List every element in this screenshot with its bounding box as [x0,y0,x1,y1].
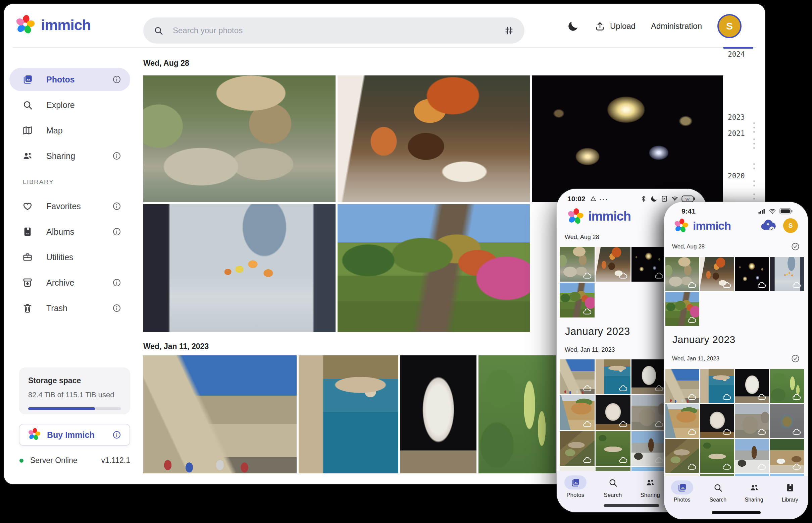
sidebar-item-utilities[interactable]: Utilities [10,246,130,269]
photo-lizard-on-moss[interactable] [700,439,734,473]
info-icon[interactable] [112,303,121,313]
timeline-tick-dot [753,198,755,199]
administration-link[interactable]: Administration [651,21,702,31]
photo-dubrovnik-fortress-walls[interactable] [666,369,699,403]
nav-tab-photos[interactable]: Photos [557,471,594,512]
nav-tab-label: Library [782,497,798,503]
sidebar-item-photos[interactable]: Photos [10,68,130,91]
sidebar-item-trash[interactable]: Trash [10,296,130,320]
search-filters-icon[interactable] [504,25,514,36]
buy-immich-button[interactable]: Buy Immich [19,424,130,446]
photo-couple-holding-hands-at-dusk[interactable] [770,257,804,291]
photo-autumn-dinner-table[interactable] [700,257,734,291]
photo-lizard-on-moss[interactable] [595,431,630,466]
sharing-icon [22,150,33,161]
cloud-backup-icon [583,421,592,428]
photo-dubrovnik-fortress-walls[interactable] [143,355,297,473]
sidebar-item-map[interactable]: Map [10,119,130,142]
info-icon[interactable] [112,75,121,84]
photo-snowy-church-town[interactable] [735,439,769,473]
date-group-header: Wed, Jan 11, 2023 [672,354,800,363]
photo-snowy-church-town[interactable] [632,431,667,466]
nav-tab-photos[interactable]: Photos [664,476,700,519]
mobile-app-mockup-ios: 9:41 immich S Wed, Aug 28January 2023Wed… [664,202,808,519]
photos-icon [22,74,33,85]
info-icon[interactable] [112,201,121,211]
storage-progress-bar [28,407,121,410]
cloud-backup-icon [688,394,696,401]
info-icon[interactable] [112,278,121,287]
sidebar-item-favorites[interactable]: Favorites [10,195,130,218]
photos-icon [671,481,693,494]
cloud-backup-icon [655,421,664,428]
timeline-year-2021[interactable]: 2021 [728,129,745,138]
photo-autumn-dinner-table[interactable] [338,75,530,202]
photo-marble-sculpture[interactable] [595,395,630,430]
timeline-year-2023[interactable]: 2023 [728,113,745,121]
photo-baboons-in-forest-enclosure[interactable] [666,257,699,291]
photo-baboons-in-forest-enclosure[interactable] [560,247,594,282]
home-indicator[interactable] [604,504,659,507]
photo-marble-sculpture[interactable] [700,404,734,438]
photo-dubrovnik-harbor-view[interactable] [299,355,398,473]
sidebar-item-albums[interactable]: Albums [10,220,130,244]
photo-dubrovnik-harbor-view[interactable] [700,369,734,403]
cloud-backup-icon [655,385,664,392]
server-version: v1.112.1 [101,456,130,465]
photo-autumn-garden-path[interactable] [338,204,530,332]
photo-coastal-cliff-beach[interactable] [560,395,594,430]
photo-couple-holding-hands-at-dusk[interactable] [143,204,335,332]
dark-mode-toggle-moon-icon[interactable] [567,20,579,32]
photo-victor-hugo-marble-bust[interactable] [735,369,769,403]
sidebar-item-archive[interactable]: Archive [10,271,130,294]
sidebar-item-label: Trash [46,303,67,313]
timeline-year-2024[interactable]: 2024 [728,50,745,58]
nav-tab-label: Sharing [640,492,660,499]
info-icon[interactable] [112,151,121,161]
backup-sync-cloud-icon[interactable] [760,219,776,233]
photo-ornate-tiered-centerpiece[interactable] [770,404,804,438]
search-input[interactable]: Search your photos [143,17,524,43]
photo-dubrovnik-harbor-view[interactable] [595,359,630,394]
select-all-check-icon[interactable] [791,354,800,363]
upload-button[interactable]: Upload [594,21,636,32]
timeline-year-2020[interactable]: 2020 [728,172,745,180]
immich-flower-icon [15,14,36,35]
cloud-backup-icon [757,429,766,435]
photo-stone-ruins[interactable] [632,395,667,430]
header-actions: Upload Administration S [567,4,742,48]
photo-lizard-on-leaf-litter[interactable] [560,431,594,466]
user-avatar[interactable]: S [783,218,798,233]
photo-lizard-on-leaf-litter[interactable] [666,439,699,473]
status-time: 9:41 [681,207,695,215]
photo-coastal-cliff-beach[interactable] [666,404,699,438]
immich-logo[interactable]: immich [15,14,91,36]
photo-dubrovnik-fortress-walls[interactable] [560,359,594,394]
sidebar-item-sharing[interactable]: Sharing [10,144,130,168]
info-icon[interactable] [112,430,121,439]
photo-victor-hugo-marble-bust[interactable] [400,355,477,473]
photo-alpine-village[interactable] [770,439,804,473]
photo-stone-ruins[interactable] [735,404,769,438]
photo-sea-grape-plant[interactable] [479,355,556,473]
sidebar-item-explore[interactable]: Explore [10,93,130,117]
photo-autumn-garden-path[interactable] [560,283,594,318]
home-indicator[interactable] [712,511,761,514]
info-icon[interactable] [112,227,121,236]
select-all-check-icon[interactable] [791,242,800,251]
photo-autumn-dinner-table[interactable] [595,247,630,282]
nav-tab-library[interactable]: Library [772,476,808,519]
photo-sea-grape-plant[interactable] [770,369,804,403]
photo-victor-hugo-marble-bust[interactable] [632,359,667,394]
photo-fireworks-display[interactable] [532,75,724,202]
user-avatar[interactable]: S [718,14,742,38]
photo-fireworks-display[interactable] [735,257,769,291]
photo-fireworks-display[interactable] [632,247,667,282]
photo-baboons-in-forest-enclosure[interactable] [143,75,335,202]
photo-autumn-garden-path[interactable] [666,292,699,326]
timeline-tick-dot [753,147,755,149]
cloud-backup-icon [655,272,664,279]
sidebar-item-label: Utilities [46,252,73,262]
search-icon [707,481,729,494]
cloud-backup-icon [722,429,731,435]
